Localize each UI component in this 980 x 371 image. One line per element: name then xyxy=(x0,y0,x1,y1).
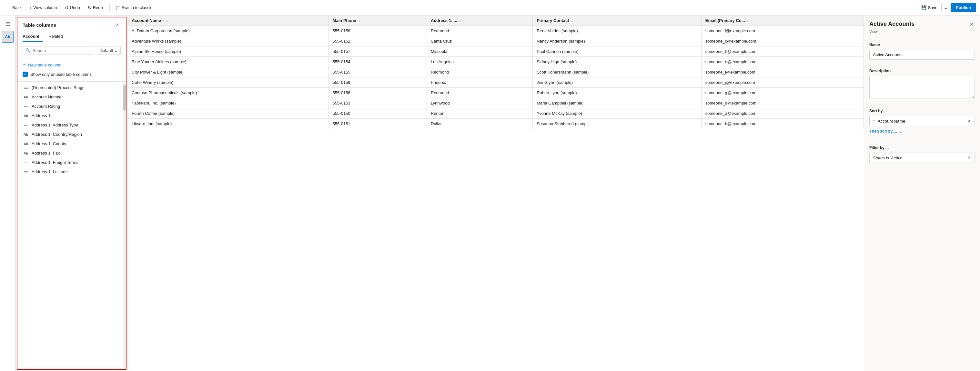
col-type-icon: Ab xyxy=(22,142,29,146)
save-button[interactable]: 💾 Save xyxy=(917,3,942,12)
search-input[interactable] xyxy=(33,48,91,53)
column-list-item[interactable]: — Account Rating xyxy=(18,102,126,111)
default-dropdown[interactable]: Default ⌄ xyxy=(97,46,121,55)
icon-rail: ☰ Ab xyxy=(0,16,16,371)
col-item-label: Address 1: Fax xyxy=(32,151,60,156)
table-row[interactable]: A. Datum Corporation (sample)555-0158Red… xyxy=(128,26,864,36)
switch-label: Switch to classic xyxy=(122,5,152,10)
description-input[interactable] xyxy=(869,76,975,99)
filter-icon[interactable]: ⌄ xyxy=(571,18,573,22)
table-row[interactable]: Litware, Inc. (sample)555-0151DallasSusa… xyxy=(128,119,864,129)
grid-column-header[interactable]: Address 1: ... ⌄ xyxy=(427,16,533,26)
cell-name: Litware, Inc. (sample) xyxy=(128,119,328,129)
column-list-item[interactable]: Ab Account Number xyxy=(18,92,126,102)
column-label: Account Name xyxy=(132,18,161,23)
panel-title: Table columns xyxy=(22,22,56,28)
cell-contact: Scott Konersmann (sample) xyxy=(533,67,702,77)
sort-field-text: Account Name xyxy=(878,119,964,124)
sort-up-icon: ↑ xyxy=(873,118,875,124)
cell-address: Redmond xyxy=(427,26,533,36)
cell-name: Adventure Works (sample) xyxy=(128,36,328,46)
name-input[interactable] xyxy=(869,50,975,60)
cell-contact: Nancy Anderson (sample) xyxy=(533,36,702,46)
plus-icon: + xyxy=(22,62,25,68)
new-table-column-button[interactable]: + New table column xyxy=(22,60,62,70)
column-list-item[interactable]: — Address 1: Address Type xyxy=(18,120,126,130)
filter-icon[interactable]: ⌄ xyxy=(746,18,749,22)
redo-button[interactable]: ↻ Redo xyxy=(85,4,105,12)
column-list-item[interactable]: — Address 1: Freight Terms xyxy=(18,158,126,167)
cell-contact: Susanna Stubberod (samp... xyxy=(533,119,702,129)
then-sort-row[interactable]: Then sort by ... ⌄ xyxy=(869,126,975,136)
filter-remove-button[interactable]: × xyxy=(967,155,971,161)
cell-name: Alpine Ski House (sample) xyxy=(128,46,328,57)
table-row[interactable]: Blue Yonder Airlines (sample)555-0154Los… xyxy=(128,57,864,67)
cell-name: City Power & Light (sample) xyxy=(128,67,328,77)
back-button[interactable]: ← Back xyxy=(4,4,24,12)
table-row[interactable]: City Power & Light (sample)555-0155Redmo… xyxy=(128,67,864,77)
cell-phone: 555-0158 xyxy=(328,26,426,36)
grid-column-header[interactable]: Main Phone ⌄ xyxy=(328,16,426,26)
table-row[interactable]: Alpine Ski House (sample)555-0157Missoul… xyxy=(128,46,864,57)
scrollbar-track[interactable] xyxy=(123,81,126,369)
show-unused-checkbox[interactable] xyxy=(22,72,28,77)
column-list-item[interactable]: Ab Address 1: County xyxy=(18,139,126,148)
view-column-button[interactable]: + View column xyxy=(27,4,60,12)
table-row[interactable]: Fourth Coffee (sample)555-0150RentonYvon… xyxy=(128,108,864,119)
panel-search: 🔍 Default ⌄ xyxy=(18,42,126,57)
column-label: Main Phone xyxy=(332,18,356,23)
panel-close-button[interactable]: × xyxy=(114,21,121,29)
col-item-label: Account Rating xyxy=(32,104,60,109)
table-row[interactable]: Contoso Pharmaceuticals (sample)555-0156… xyxy=(128,88,864,98)
default-label: Default xyxy=(100,48,113,53)
header-row: Account Name ↑ ⌄ Main Phone ⌄ Address 1:… xyxy=(128,16,864,26)
cell-contact: Jim Glynn (sample) xyxy=(533,77,702,88)
filter-icon[interactable]: ⌄ xyxy=(165,18,169,22)
table-row[interactable]: Fabrikam, Inc. (sample)555-0153LynnwoodM… xyxy=(128,98,864,108)
col-type-icon: ≡≡ xyxy=(22,170,29,174)
table-row[interactable]: Adventure Works (sample)555-0152Santa Cr… xyxy=(128,36,864,46)
column-list-item[interactable]: Ab Address 1: Fax xyxy=(18,148,126,158)
scrollbar-thumb[interactable] xyxy=(123,85,126,111)
switch-classic-button[interactable]: ⬚ Switch to classic xyxy=(114,4,155,12)
col-item-label: Address 1: Freight Terms xyxy=(32,160,78,165)
save-dropdown-button[interactable]: ⌄ xyxy=(943,3,949,12)
column-list-item[interactable]: Ab Address 1 xyxy=(18,111,126,120)
main-layout: ☰ Ab Table columns × Account Related 🔍 D… xyxy=(0,16,980,371)
column-list-item[interactable]: Ab Address 1: Country/Region xyxy=(18,130,126,139)
cell-phone: 555-0154 xyxy=(328,57,426,67)
grid-column-header[interactable]: Account Name ↑ ⌄ xyxy=(128,16,328,26)
table-row[interactable]: Coho Winery (sample)555-0159PhoenixJim G… xyxy=(128,77,864,88)
text-field-icon[interactable]: Ab xyxy=(2,31,14,43)
show-unused-label: Show only unused table columns xyxy=(30,72,92,77)
col-item-label: Account Number xyxy=(32,94,63,99)
filter-icon[interactable]: ⌄ xyxy=(458,18,461,22)
col-type-icon: — xyxy=(22,123,29,127)
data-grid[interactable]: Account Name ↑ ⌄ Main Phone ⌄ Address 1:… xyxy=(128,16,864,371)
publish-button[interactable]: Publish xyxy=(951,3,976,12)
cell-address: Redmond xyxy=(427,67,533,77)
hamburger-icon[interactable]: ☰ xyxy=(2,18,14,30)
cell-address: Missoula xyxy=(427,46,533,57)
save-label: Save xyxy=(928,5,937,10)
tab-related[interactable]: Related xyxy=(48,31,67,42)
undo-icon: ↺ xyxy=(65,5,69,10)
filter-icon[interactable]: ⌄ xyxy=(358,18,360,22)
right-panel-close-button[interactable]: × xyxy=(968,21,975,28)
tab-account[interactable]: Account xyxy=(22,31,43,42)
chevron-down-icon: ⌄ xyxy=(944,5,948,10)
show-unused-row[interactable]: Show only unused table columns xyxy=(22,70,121,79)
grid-column-header[interactable]: Email (Primary Co... ⌄ xyxy=(701,16,864,26)
grid-column-header[interactable]: Primary Contact ⌄ xyxy=(533,16,702,26)
columns-list: ≡≡ (Deprecated) Process Stage Ab Account… xyxy=(18,81,126,369)
sort-remove-button[interactable]: × xyxy=(967,118,971,124)
column-list-item[interactable]: ≡≡ (Deprecated) Process Stage xyxy=(18,83,126,92)
undo-button[interactable]: ↺ Undo xyxy=(62,4,83,12)
col-type-icon: Ab xyxy=(22,114,29,118)
right-panel: Active Accounts × View Name Description … xyxy=(864,16,980,371)
toolbar-right: 💾 Save ⌄ Publish xyxy=(917,3,976,12)
column-list-item[interactable]: ≡≡ Address 1: Latitude xyxy=(18,167,126,177)
switch-icon: ⬚ xyxy=(116,5,120,10)
then-sort-label: Then sort by ... xyxy=(869,129,897,134)
cell-email: someone_a@example.com xyxy=(701,108,864,119)
